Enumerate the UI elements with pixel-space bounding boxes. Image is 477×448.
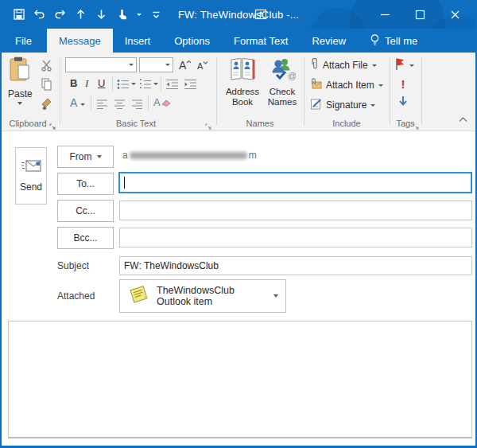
to-field[interactable] [118, 172, 472, 193]
attach-item-label: Attach Item [326, 80, 374, 91]
bcc-button[interactable]: Bcc... [57, 227, 114, 249]
align-right-icon[interactable] [130, 98, 144, 111]
bcc-field[interactable] [119, 228, 472, 247]
group-divider [304, 57, 304, 126]
address-book-button[interactable]: Address Book [221, 57, 264, 107]
names-group-label: Names [218, 119, 302, 128]
high-importance-icon: ! [401, 77, 405, 91]
clear-formatting-glyph: A [153, 96, 161, 108]
bullets-dropdown-icon[interactable] [131, 83, 136, 85]
paste-icon [8, 56, 32, 87]
bold-button[interactable]: B [70, 77, 77, 89]
font-color-glyph: A [70, 96, 77, 109]
attachment-subtitle: Outlook item [157, 296, 235, 307]
subject-label: Subject [57, 260, 89, 271]
attach-item-icon [310, 78, 322, 93]
tab-label: Review [312, 35, 346, 47]
outlook-compose-window: FW: TheWindowsClub -... File Message Ins… [0, 0, 477, 448]
paperclip-icon [310, 57, 319, 73]
svg-text:@: @ [288, 71, 296, 80]
send-button[interactable]: Send [15, 147, 47, 205]
close-icon[interactable] [437, 0, 472, 29]
group-label-text: Basic Text [116, 119, 156, 128]
tab-insert[interactable]: Insert [113, 29, 163, 53]
check-names-label: Check Names [261, 87, 304, 107]
font-name-combo[interactable] [65, 57, 137, 72]
increase-indent-icon[interactable] [183, 78, 197, 91]
clipboard-group-label: Clipboard [2, 119, 54, 128]
cc-field[interactable] [119, 201, 472, 220]
signature-button[interactable]: Signature [310, 98, 375, 112]
control-divider [148, 96, 149, 110]
from-address: a m [122, 150, 257, 161]
chevron-down-icon [97, 155, 102, 158]
ribbon-display-options-icon[interactable] [243, 0, 278, 29]
numbering-dropdown-icon[interactable] [153, 83, 158, 85]
high-importance-button[interactable]: ! [398, 76, 409, 91]
font-color-button[interactable]: A [70, 96, 85, 109]
copy-icon[interactable] [39, 78, 53, 91]
font-size-combo[interactable] [139, 57, 173, 72]
paste-dropdown-icon [17, 102, 22, 105]
attach-item-button[interactable]: Attach Item [310, 78, 383, 92]
from-label: From [70, 151, 92, 162]
paste-button[interactable]: Paste [8, 56, 33, 105]
numbering-icon[interactable] [138, 78, 153, 91]
maximize-icon[interactable] [402, 0, 437, 29]
group-divider [421, 57, 422, 126]
tab-label: Tell me [385, 35, 417, 47]
control-divider [161, 77, 161, 91]
cc-button[interactable]: Cc... [57, 200, 114, 222]
tab-file[interactable]: File [0, 29, 47, 53]
collapse-ribbon-icon[interactable] [458, 111, 468, 126]
italic-button[interactable]: I [85, 77, 88, 90]
to-button[interactable]: To... [57, 173, 114, 195]
to-label: To... [76, 178, 95, 189]
sticky-note-icon [128, 284, 149, 308]
group-label-text: Clipboard [9, 119, 46, 128]
send-icon [21, 159, 41, 176]
low-importance-icon [398, 95, 408, 110]
tab-label: Options [174, 35, 210, 47]
cc-label: Cc... [76, 205, 95, 216]
minimize-icon[interactable] [367, 0, 402, 29]
check-names-button[interactable]: @ Check Names [261, 57, 304, 107]
attachment-text: TheWindowsClub Outlook item [157, 285, 235, 307]
basic-text-dialog-launcher-icon[interactable] [205, 119, 212, 127]
address-book-icon [229, 57, 256, 84]
attachment-dropdown-icon[interactable] [273, 294, 278, 298]
align-left-icon[interactable] [95, 98, 109, 111]
message-body[interactable] [8, 321, 472, 438]
low-importance-button[interactable] [397, 95, 409, 110]
follow-up-flag-button[interactable] [394, 57, 414, 74]
bullets-icon[interactable] [116, 78, 130, 91]
tags-dialog-launcher-icon[interactable] [413, 119, 420, 127]
tab-review[interactable]: Review [300, 29, 358, 53]
format-painter-icon[interactable] [39, 97, 53, 110]
send-label: Send [20, 181, 42, 193]
clipboard-dialog-launcher-icon[interactable] [49, 119, 56, 127]
tab-tell-me[interactable]: Tell me [358, 29, 429, 53]
tab-options[interactable]: Options [162, 29, 222, 53]
shrink-font-button[interactable]: A [197, 60, 208, 71]
decrease-indent-icon[interactable] [165, 78, 179, 91]
grow-font-button[interactable]: A [179, 59, 192, 72]
attach-file-button[interactable]: Attach File [310, 58, 377, 72]
attachment-tile[interactable]: TheWindowsClub Outlook item [119, 279, 286, 313]
lightbulb-icon [370, 33, 380, 49]
from-button[interactable]: From [57, 146, 114, 168]
align-center-icon[interactable] [112, 98, 126, 111]
control-divider [112, 77, 113, 91]
subject-field[interactable]: FW: TheWindowsClub [119, 256, 472, 275]
clear-formatting-button[interactable]: A [153, 96, 171, 108]
cut-icon[interactable] [39, 59, 53, 72]
tab-format-text[interactable]: Format Text [222, 29, 300, 53]
chevron-down-icon [378, 84, 383, 87]
control-divider [91, 96, 91, 110]
underline-button[interactable]: U [98, 77, 105, 89]
from-address-end: m [249, 150, 257, 161]
chevron-down-icon [129, 64, 134, 66]
subject-value: FW: TheWindowsClub [124, 260, 219, 271]
tab-message[interactable]: Message [47, 29, 113, 53]
text-cursor [124, 177, 125, 189]
